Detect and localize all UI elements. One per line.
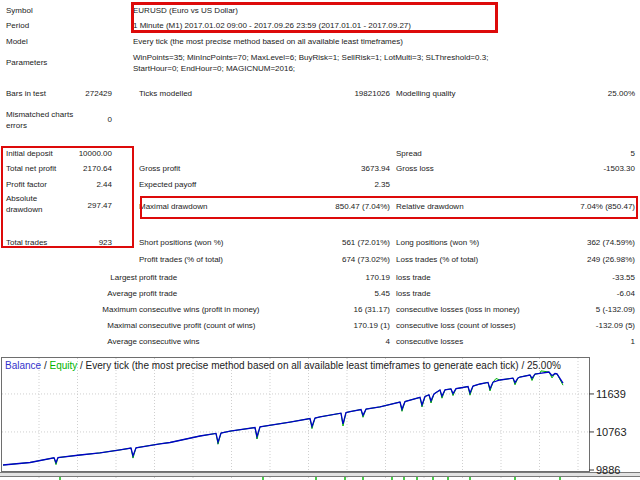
report-cell-l2: Profit trades (% of total) (139, 255, 223, 266)
report-cell-v2: 4 (386, 337, 390, 348)
report-cell-l3: consecutive losses (loss in money) (396, 305, 520, 316)
symbol-period-highlight (131, 2, 498, 33)
report-cell-v3: -1503.30 (603, 164, 635, 175)
y-tick-label: 9886 (596, 464, 620, 476)
report-cell-l2: consecutive wins (139, 337, 199, 348)
report-cell-v3: 1 (631, 337, 635, 348)
report-cell-v2: 19821026 (354, 89, 390, 100)
report-cell-v3: 5 (-132.09) (596, 305, 635, 316)
report-cell-l1: Parameters (6, 58, 47, 69)
strategy-tester-report: SymbolEURUSD (Euro vs US Dollar)Period1 … (0, 0, 640, 480)
report-cell-v3: 5 (631, 149, 635, 160)
chart-header: Balance / Equity / Every tick (the most … (5, 360, 585, 372)
report-cell-l2: Gross profit (139, 164, 180, 175)
report-cell-v1: 272429 (85, 89, 112, 100)
report-row: Largestprofit trade170.19loss trade-33.5… (0, 273, 640, 285)
left-results-highlight (1, 146, 134, 248)
report-row: Maximalconsecutive profit (count of wins… (0, 321, 640, 333)
report-cell-v3: 362 (74.59%) (587, 238, 635, 249)
report-row: Mismatched charts errors0 (0, 110, 640, 122)
balance-line (3, 372, 563, 465)
report-row: Bars in test272429Ticks modelled19821026… (0, 89, 640, 101)
report-cell-l3: Loss trades (% of total) (396, 255, 478, 266)
report-cell-v2: 2.35 (374, 180, 390, 191)
report-cell-l1: Period (6, 21, 29, 32)
legend-equity: Equity (49, 360, 77, 371)
report-cell-wv: WinPoints=35; MinIncPoints=70; MaxLevel=… (133, 53, 517, 74)
report-cell-v2: 561 (72.01%) (342, 238, 390, 249)
report-cell-v3: -33.55 (612, 273, 635, 284)
report-cell-v2: 16 (31.17) (354, 305, 390, 316)
report-cell-l1: Model (6, 37, 28, 48)
report-cell-v2: 5.45 (374, 289, 390, 300)
report-cell-l3: consecutive losses (396, 337, 463, 348)
report-cell-l1: Mismatched charts errors (6, 110, 80, 131)
report-cell-l1: Bars in test (6, 89, 46, 100)
report-cell-pre: Maximum (102, 305, 137, 316)
y-tick-label: 10763 (596, 426, 627, 438)
report-cell-l2: consecutive wins (profit in money) (139, 305, 260, 316)
report-row: ModelEvery tick (the most precise method… (0, 37, 640, 49)
pane-separator (0, 473, 640, 476)
drawdown-row-highlight (140, 196, 638, 219)
report-row: ParametersWinPoints=35; MinIncPoints=70;… (0, 53, 640, 65)
legend-model-text: / Every tick (the most precise method ba… (77, 360, 561, 371)
report-cell-l2: Short positions (won %) (139, 238, 223, 249)
report-cell-wv: Every tick (the most precise method base… (133, 37, 403, 48)
report-cell-l2: Ticks modelled (139, 89, 192, 100)
y-tick-label: 11639 (596, 388, 626, 400)
report-cell-l3: Long positions (won %) (396, 238, 479, 249)
report-cell-pre: Largest (110, 273, 137, 284)
report-cell-v1: 0 (108, 115, 112, 126)
report-cell-l3: Gross loss (396, 164, 434, 175)
balance-chart: Balance / Equity / Every tick (the most … (0, 356, 640, 480)
report-cell-l3: loss trade (396, 289, 431, 300)
report-cell-l3: loss trade (396, 273, 431, 284)
chart-canvas (0, 356, 640, 480)
report-cell-l2: profit trade (139, 289, 177, 300)
report-cell-v2: 170.19 (1) (354, 321, 390, 332)
equity-line (3, 371, 563, 465)
report-row: Averageconsecutive wins4consecutive loss… (0, 337, 640, 349)
legend-balance: Balance (5, 360, 41, 371)
report-cell-l3: Modelling quality (396, 89, 456, 100)
report-cell-l2: consecutive profit (count of wins) (139, 321, 256, 332)
report-cell-l1: Symbol (6, 6, 33, 17)
report-cell-v2: 170.19 (366, 273, 390, 284)
report-row: Profit trades (% of total)674 (73.02%)Lo… (0, 255, 640, 267)
report-cell-v3: 25.00% (608, 89, 635, 100)
report-cell-l3: consecutive loss (count of losses) (396, 321, 516, 332)
report-cell-l3: Spread (396, 149, 422, 160)
report-cell-pre: Maximal (107, 321, 137, 332)
report-row: Averageprofit trade5.45loss trade-6.04 (0, 289, 640, 301)
report-cell-l2: Expected payoff (139, 180, 196, 191)
report-cell-pre: Average (107, 337, 137, 348)
report-row: Maximumconsecutive wins (profit in money… (0, 305, 640, 317)
report-cell-v3: -6.04 (617, 289, 635, 300)
report-cell-v3: -132.09 (5) (596, 321, 635, 332)
report-cell-v2: 674 (73.02%) (342, 255, 390, 266)
report-cell-v3: 249 (26.98%) (587, 255, 635, 266)
report-cell-l2: profit trade (139, 273, 177, 284)
report-cell-v2: 3673.94 (361, 164, 390, 175)
report-cell-pre: Average (107, 289, 137, 300)
